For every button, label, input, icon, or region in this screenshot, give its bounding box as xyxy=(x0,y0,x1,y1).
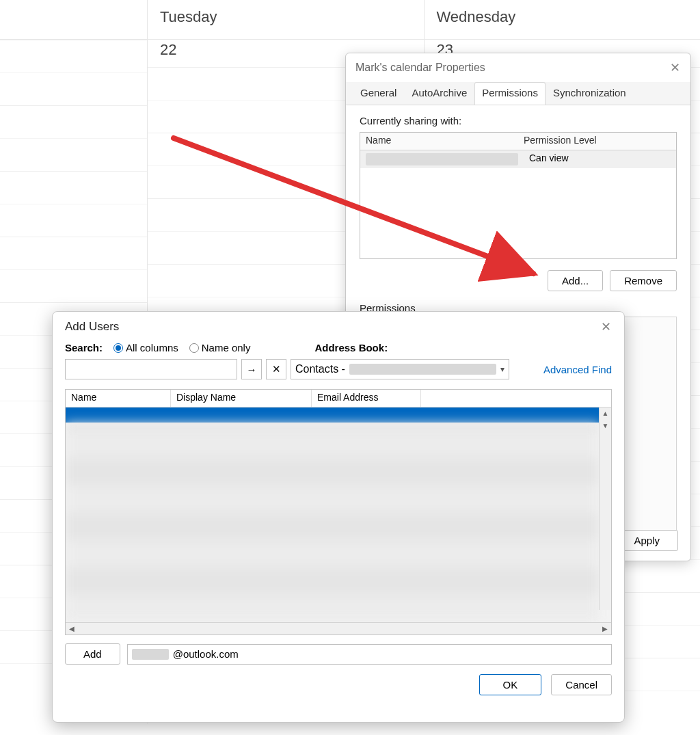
calendar-day-wednesday: Wednesday xyxy=(424,0,701,39)
sharing-row-permission: Can view xyxy=(524,150,676,168)
sharing-row-name-redacted xyxy=(366,153,518,165)
vertical-scrollbar[interactable]: ▲ ▼ xyxy=(599,407,611,610)
tab-autoarchive[interactable]: AutoArchive xyxy=(404,82,474,105)
tab-general[interactable]: General xyxy=(353,82,404,105)
calendar-day-tuesday: Tuesday xyxy=(148,0,424,39)
properties-tabs: General AutoArchive Permissions Synchron… xyxy=(346,82,690,105)
remove-button[interactable]: Remove xyxy=(610,270,677,291)
scroll-left-icon[interactable]: ◀ xyxy=(66,623,78,634)
add-button[interactable]: Add... xyxy=(548,270,603,291)
properties-dialog-title: Mark's calendar Properties xyxy=(355,62,485,74)
search-input[interactable] xyxy=(65,359,237,379)
advanced-find-link[interactable]: Advanced Find xyxy=(543,364,612,375)
apply-button[interactable]: Apply xyxy=(615,530,678,551)
address-book-redacted xyxy=(349,364,496,375)
chevron-down-icon: ▾ xyxy=(500,364,504,374)
contacts-list: Name Display Name Email Address ▲ ▼ ◀ ▶ xyxy=(65,389,612,635)
horizontal-scrollbar[interactable]: ◀ ▶ xyxy=(66,622,611,634)
radio-all-columns[interactable]: All columns xyxy=(113,342,178,353)
scroll-right-icon[interactable]: ▶ xyxy=(599,623,611,634)
sharing-row[interactable]: Can view xyxy=(360,150,676,168)
close-icon: ✕ xyxy=(272,363,281,375)
add-users-dialog: Add Users ✕ Search: All columns Name onl… xyxy=(52,311,625,723)
radio-name-only[interactable]: Name only xyxy=(189,342,251,353)
recipient-email-suffix: @outlook.com xyxy=(173,648,239,660)
radio-all-columns-label: All columns xyxy=(126,342,178,353)
radio-name-only-label: Name only xyxy=(202,342,251,353)
close-icon[interactable]: ✕ xyxy=(669,62,681,74)
sharing-with-label: Currently sharing with: xyxy=(360,115,677,126)
sharing-col-permission: Permission Level xyxy=(518,133,676,150)
ok-button[interactable]: OK xyxy=(479,674,542,695)
col-extra xyxy=(421,390,611,407)
address-book-combo[interactable]: Contacts - ▾ xyxy=(291,359,509,379)
col-name[interactable]: Name xyxy=(66,390,171,407)
go-button[interactable]: → xyxy=(241,359,262,379)
radio-dot-icon xyxy=(113,343,123,353)
tab-permissions[interactable]: Permissions xyxy=(474,82,546,105)
contacts-blurred xyxy=(66,423,599,622)
scroll-down-icon[interactable]: ▼ xyxy=(600,420,611,432)
add-recipients-field[interactable]: @outlook.com xyxy=(127,644,612,665)
radio-dot-icon xyxy=(189,343,199,353)
tab-synchronization[interactable]: Synchronization xyxy=(546,82,634,105)
col-email-address[interactable]: Email Address xyxy=(312,390,421,407)
recipient-redacted xyxy=(132,649,169,660)
cancel-button[interactable]: Cancel xyxy=(551,674,612,695)
address-book-label: Address Book: xyxy=(314,342,388,353)
add-users-title: Add Users xyxy=(65,320,119,334)
sharing-col-name: Name xyxy=(360,133,518,150)
sharing-list[interactable]: Name Permission Level Can view xyxy=(360,132,677,259)
close-icon[interactable]: ✕ xyxy=(600,321,612,333)
scroll-up-icon[interactable]: ▲ xyxy=(600,407,611,420)
col-display-name[interactable]: Display Name xyxy=(171,390,312,407)
selected-contact-row[interactable] xyxy=(66,407,611,423)
contacts-list-body[interactable]: ▲ ▼ xyxy=(66,407,611,622)
arrow-right-icon: → xyxy=(247,364,257,375)
address-book-value: Contacts - xyxy=(295,363,345,375)
add-selected-button[interactable]: Add xyxy=(65,643,120,665)
search-label: Search: xyxy=(65,342,103,353)
clear-search-button[interactable]: ✕ xyxy=(266,359,286,379)
